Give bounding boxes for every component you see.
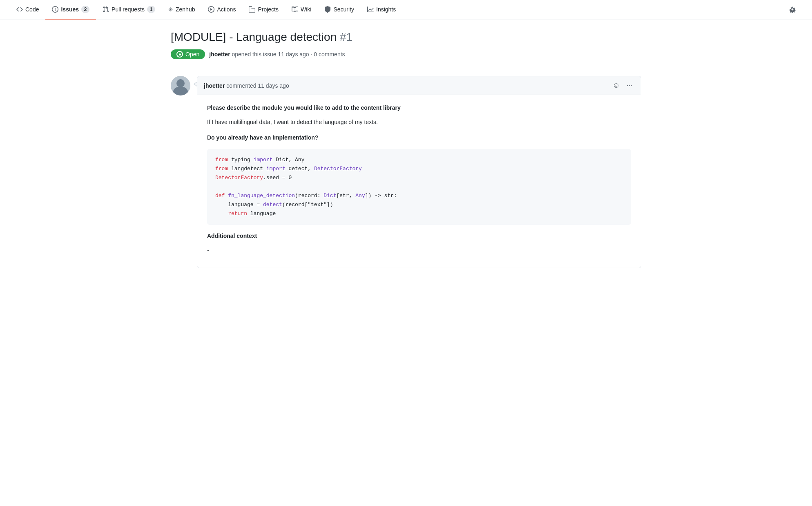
issue-comments-count: 0 comments: [314, 51, 345, 58]
open-badge-label: Open: [185, 51, 199, 58]
nav-item-security[interactable]: Security: [318, 0, 361, 19]
avatar-image: [171, 76, 190, 95]
section1-text: If I have multilingual data, I want to d…: [207, 118, 631, 126]
nav-item-pull-requests[interactable]: Pull requests 1: [96, 0, 162, 20]
nav-item-zenhub[interactable]: ✳ Zenhub: [162, 0, 201, 19]
avatar: [171, 76, 190, 95]
comment-action-text: commented 11 days ago: [226, 82, 289, 89]
comment-box-wrapper: jhoetter commented 11 days ago ☺ ···: [197, 76, 641, 268]
kw-from-2: from: [215, 166, 228, 172]
func-detect: detect: [263, 202, 282, 208]
insights-icon: [367, 6, 374, 13]
nav-label-wiki: Wiki: [301, 6, 311, 13]
issue-number: #1: [340, 31, 352, 43]
issue-icon: [52, 6, 58, 13]
issue-title: [MODULE] - Language detection #1: [171, 30, 641, 44]
nav-label-insights: Insights: [376, 6, 396, 13]
func-name: fn_language_detection: [225, 193, 295, 199]
actions-icon: [208, 6, 214, 13]
nav-item-projects[interactable]: Projects: [242, 0, 285, 19]
code-line-blank: [215, 182, 623, 191]
issues-badge: 2: [81, 6, 89, 13]
class-detector-factory-2: DetectorFactory: [215, 175, 263, 181]
additional-context: Additional context -: [207, 231, 631, 255]
code-line-1: from typing import Dict, Any: [215, 155, 623, 164]
comment-actions: ☺ ···: [611, 80, 634, 91]
comment-arrow-inner: [194, 82, 197, 86]
projects-icon: [249, 6, 255, 13]
issue-time-ago: 11 days ago: [278, 51, 309, 58]
comment-box: jhoetter commented 11 days ago ☺ ···: [197, 76, 641, 268]
nav-item-insights[interactable]: Insights: [361, 0, 402, 19]
pr-badge: 1: [147, 6, 155, 13]
nav-label-issues: Issues: [61, 6, 79, 13]
kw-return: return: [228, 211, 247, 217]
code-line-6: language = detect(record["text"]): [215, 200, 623, 209]
issue-title-text: [MODULE] - Language detection: [171, 31, 337, 43]
nav-item-issues[interactable]: Issues 2: [45, 0, 96, 20]
code-icon: [16, 6, 23, 13]
open-badge: Open: [171, 49, 205, 59]
type-dict: Dict: [323, 193, 336, 199]
security-icon: [324, 6, 331, 13]
class-detector-factory-1: DetectorFactory: [314, 166, 362, 172]
section1-heading: Please describe the module you would lik…: [207, 103, 631, 112]
nav-label-actions: Actions: [217, 6, 236, 13]
pr-icon: [103, 6, 109, 13]
kw-from-1: from: [215, 157, 228, 163]
issue-author: jhoetter: [209, 51, 230, 58]
code-block: from typing import Dict, Any from langde…: [207, 149, 631, 225]
issue-meta-text: jhoetter opened this issue 11 days ago ·…: [209, 51, 345, 58]
issue-meta-action: opened this issue: [232, 51, 278, 58]
code-line-3: DetectorFactory.seed = 0: [215, 173, 623, 182]
kw-import-1: import: [254, 157, 273, 163]
nav-label-projects: Projects: [258, 6, 279, 13]
nav-item-actions[interactable]: Actions: [201, 0, 242, 19]
nav-label-prs: Pull requests: [112, 6, 145, 13]
repository-nav: Code Issues 2 Pull requests 1 ✳ Zenhub: [0, 0, 812, 20]
main-content: [MODULE] - Language detection #1 Open jh…: [161, 20, 651, 278]
open-badge-icon: [176, 51, 183, 58]
nav-item-settings[interactable]: [783, 0, 802, 19]
more-button[interactable]: ···: [625, 80, 634, 91]
nav-item-wiki[interactable]: Wiki: [285, 0, 318, 19]
comment-author[interactable]: jhoetter: [204, 82, 225, 89]
nav-item-code[interactable]: Code: [10, 0, 45, 19]
nav-label-code: Code: [25, 6, 39, 13]
nav-label-zenhub: Zenhub: [176, 6, 195, 13]
zenhub-icon: ✳: [168, 6, 173, 13]
code-line-7: return language: [215, 209, 623, 218]
additional-heading: Additional context: [207, 231, 631, 240]
settings-icon: [789, 6, 796, 13]
nav-label-security: Security: [333, 6, 354, 13]
comment-header-left: jhoetter commented 11 days ago: [204, 82, 289, 89]
comment-section: jhoetter commented 11 days ago ☺ ···: [171, 76, 641, 268]
type-any: Any: [355, 193, 365, 199]
comment-action: commented: [226, 82, 256, 89]
comment-body: Please describe the module you would lik…: [197, 95, 641, 268]
code-line-2: from langdetect import detect, DetectorF…: [215, 164, 623, 173]
kw-import-2: import: [266, 166, 286, 172]
emoji-button[interactable]: ☺: [611, 80, 622, 91]
code-line-5: def fn_language_detection(record: Dict[s…: [215, 191, 623, 200]
comment-header: jhoetter commented 11 days ago ☺ ···: [197, 76, 641, 95]
comment-time-ago: 11 days ago: [258, 82, 289, 89]
additional-text: -: [207, 246, 631, 255]
kw-def: def: [215, 193, 225, 199]
issue-meta: Open jhoetter opened this issue 11 days …: [171, 49, 641, 66]
wiki-icon: [292, 6, 298, 13]
section2-heading: Do you already have an implementation?: [207, 133, 631, 142]
